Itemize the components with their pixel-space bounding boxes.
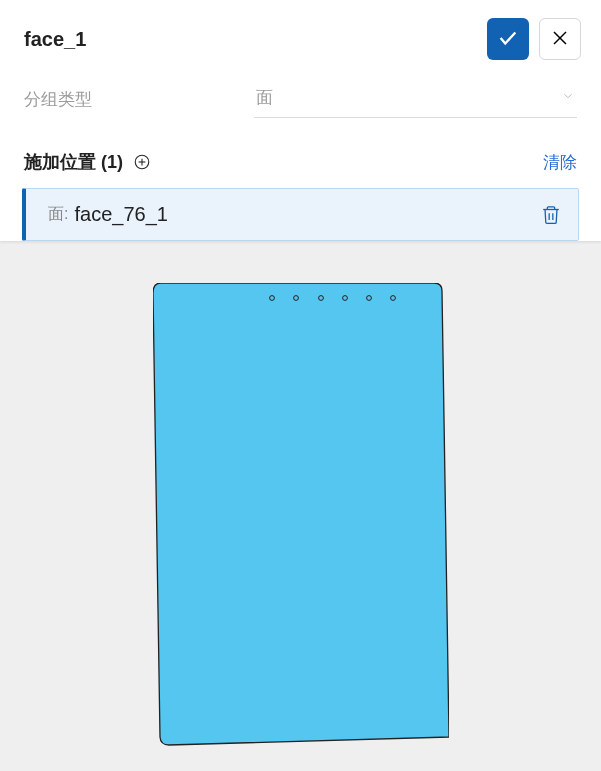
panel-header: face_1 [0, 0, 601, 74]
group-type-value: 面 [256, 86, 561, 109]
confirm-button[interactable] [487, 18, 529, 60]
property-panel: face_1 分组类型 面 施加位置 (1) 清除 [0, 0, 601, 241]
model-viewport[interactable] [0, 259, 601, 747]
group-type-select[interactable]: 面 [254, 80, 577, 118]
group-type-label: 分组类型 [24, 88, 254, 111]
add-icon[interactable] [133, 153, 151, 171]
location-item[interactable]: 面: face_76_1 [22, 188, 579, 241]
close-button[interactable] [539, 18, 581, 60]
group-type-row: 分组类型 面 [0, 74, 601, 128]
trash-icon[interactable] [540, 204, 562, 226]
chevron-down-icon [561, 89, 575, 107]
item-name: face_76_1 [74, 203, 540, 226]
location-title: 施加位置 (1) [24, 150, 123, 174]
selected-face[interactable] [153, 283, 449, 747]
check-icon [497, 27, 519, 52]
panel-title: face_1 [24, 28, 487, 51]
item-type-label: 面: [48, 204, 68, 225]
location-header: 施加位置 (1) 清除 [0, 128, 601, 188]
close-icon [551, 29, 569, 50]
clear-link[interactable]: 清除 [543, 151, 577, 174]
